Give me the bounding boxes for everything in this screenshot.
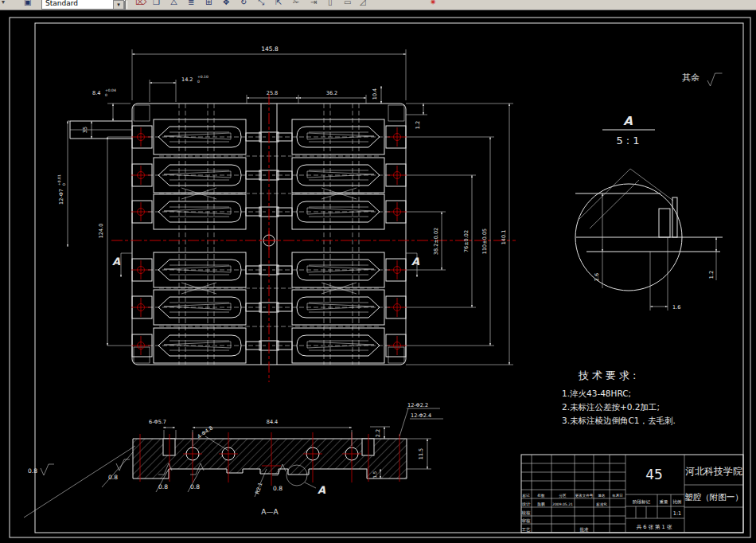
array-icon[interactable]: ⊞ (205, 0, 212, 7)
tb-approve: 批准 (580, 527, 590, 533)
copy-icon[interactable]: ❐ (153, 0, 160, 7)
roughness-1: 0.8 (108, 474, 118, 481)
dim-38-2: 38.2±0.02 (433, 228, 439, 255)
tech-req-title: 技术要求: (578, 369, 639, 381)
rotate-icon[interactable]: ↻ (240, 0, 247, 7)
section-dim-11-5: 11.5 (418, 448, 424, 459)
roughness-2: 0.8 (158, 483, 168, 490)
tb-col-file: 更改文件号 (575, 493, 594, 498)
application-window: 145.8 14.2 +0.10 0 8.4 +0.04 0 25.8 36.2… (0, 0, 756, 543)
section-mark-left: A (112, 256, 120, 268)
tb-col-mark: 标记 (522, 493, 531, 498)
section-mark-right: A (411, 256, 419, 268)
dim-25-8: 25.8 (267, 90, 278, 96)
dim-height: 140.1 (501, 230, 507, 245)
surface-note: 其余 (682, 72, 723, 86)
tb-part-name: 塑腔（附图一） (684, 492, 743, 502)
detail-view: A 5 : 1 2.6 1.6 1.2 (575, 114, 723, 311)
tb-row-design: 设计 (522, 502, 532, 506)
roughness-3: 0.8 (190, 483, 200, 490)
svg-text:+0.10: +0.10 (197, 75, 208, 79)
chamfer-icon[interactable]: ◿ (360, 0, 366, 7)
dim-35: 35 (82, 127, 88, 133)
section-dim-r2-1: R2.1 (254, 482, 263, 495)
svg-text:0: 0 (105, 93, 107, 97)
section-view: 6-Φ5.7 84.4 4-Φ4.8 12-Φ2.2 12-Φ2.4 2.2 1… (24, 402, 443, 518)
toolbar-grip[interactable]: ▾ (2, 0, 5, 6)
section-dim-2-2: 2.2 (375, 429, 381, 437)
tb-material: 45 (645, 467, 663, 482)
dim-36-2: 36.2 (326, 90, 337, 96)
surface-note-text: 其余 (682, 72, 699, 83)
cad-canvas[interactable]: 145.8 14.2 +0.10 0 8.4 +0.04 0 25.8 36.2… (0, 0, 756, 543)
style-manager-icon[interactable]: ▣ (24, 0, 31, 7)
dim-12-holes: 12-Φ7 (58, 189, 64, 205)
detail-dim-1-2: 1.2 (708, 271, 715, 279)
roughness-symbol (707, 73, 723, 86)
tb-design-date: 2009.05.21 (552, 502, 573, 506)
tb-weight: 重量 (660, 499, 669, 504)
dim-10-4: 10.4 (372, 88, 378, 100)
extend-icon[interactable]: ⇥ (310, 0, 317, 7)
break-icon[interactable]: ▭ (344, 0, 351, 7)
break-at-point-icon[interactable]: ▯ (328, 0, 333, 7)
tb-col-date: 年月日 (612, 494, 623, 498)
tb-scale-value: 1:1 (673, 510, 681, 517)
toolbar: ▾ ▣ Standard ▾ ⌦ ❐ ⧊ ≣ ⊞ ✥ ↻ ⤡ ⇱ ✁ ⇥ ▯ ▭… (0, 0, 756, 10)
tb-stage-mark: 阶段标记 (633, 499, 651, 505)
offset-icon[interactable]: ≣ (188, 0, 194, 7)
tb-row-process: 工艺 (522, 527, 532, 532)
tech-requirements: 技术要求: 1.淬火43-48HRC; 2.未标注公差按+0.2加工; 3.未标… (562, 369, 676, 425)
dim-8-4: 8.4 (92, 90, 100, 96)
dim-1-2: 1.2 (415, 121, 421, 129)
detail-callout-mark: A (318, 484, 325, 496)
tb-row-check: 校核 (521, 510, 532, 515)
scale-icon[interactable]: ⤡ (258, 0, 264, 7)
svg-text:+0.04: +0.04 (105, 88, 116, 92)
section-dim-1-5: 1.5 (372, 471, 377, 478)
dim-124: 124.0 (98, 224, 104, 239)
svg-text:+0.01: +0.01 (57, 174, 61, 186)
stretch-icon[interactable]: ⇱ (275, 0, 282, 7)
svg-text:0: 0 (62, 183, 66, 186)
dim-110: 110±0.05 (481, 229, 488, 254)
svg-text:0: 0 (197, 80, 200, 84)
main-view: 145.8 14.2 +0.10 0 8.4 +0.04 0 25.8 36.2… (57, 45, 516, 382)
section-dim-6holes: 6-Φ5.7 (149, 419, 166, 425)
section-view-label: A—A (261, 508, 279, 516)
dim-overall-width: 145.8 (261, 45, 279, 53)
move-icon[interactable]: ✥ (223, 0, 229, 7)
title-block: 标记 处数 分区 更改文件号 签名 年月日 设计 陈鹏 2009.05.21 标… (521, 455, 744, 533)
trim-icon[interactable]: ✁ (293, 0, 299, 7)
section-dim-12-2-4: 12-Φ2.4 (411, 412, 431, 419)
style-combo[interactable]: Standard ▾ (41, 0, 126, 10)
tb-row-audit: 审核 (522, 518, 532, 523)
detail-view-label: A (623, 114, 633, 128)
style-combo-value: Standard (45, 0, 78, 7)
mirror-icon[interactable]: ⧊ (170, 0, 177, 7)
section-dim-84-4: 84.4 (267, 419, 278, 425)
dim-14-2: 14.2 (181, 76, 193, 83)
tb-col-count: 处数 (538, 493, 546, 498)
dim-76: 76±0.02 (463, 230, 470, 252)
roughness-4: 0.8 (273, 485, 283, 492)
detail-view-scale: 5 : 1 (616, 135, 639, 146)
toolbar-separator (124, 1, 127, 9)
tb-standardization: 标准化 (595, 502, 607, 507)
tb-scale-label: 比例 (673, 499, 682, 505)
drawing-sheet: 145.8 14.2 +0.10 0 8.4 +0.04 0 25.8 36.2… (0, 0, 756, 543)
roughness-0: 0.8 (28, 467, 37, 475)
section-dim-12-2-2: 12-Φ2.2 (407, 402, 428, 408)
chevron-down-icon[interactable]: ▾ (113, 0, 124, 10)
section-dim-4holes: 4-Φ4.8 (197, 425, 215, 440)
tech-req-item-2: 2.未标注公差按+0.2加工; (562, 402, 660, 412)
erase-icon[interactable]: ⌦ (135, 0, 146, 7)
main-view-dimensions: 145.8 14.2 +0.10 0 8.4 +0.04 0 25.8 36.2… (57, 45, 513, 365)
explode-icon[interactable]: ✷ (430, 0, 436, 7)
detail-dim-1-6: 1.6 (672, 304, 680, 311)
detail-dim-2-6: 2.6 (594, 273, 600, 281)
tb-sheet-info: 共 6 张 第 1 张 (637, 524, 672, 530)
tech-req-item-3: 3.未标注棱边倒角C1，去毛刺. (562, 416, 676, 425)
tb-col-zone: 分区 (559, 493, 567, 498)
tb-col-sign: 签名 (598, 494, 606, 498)
